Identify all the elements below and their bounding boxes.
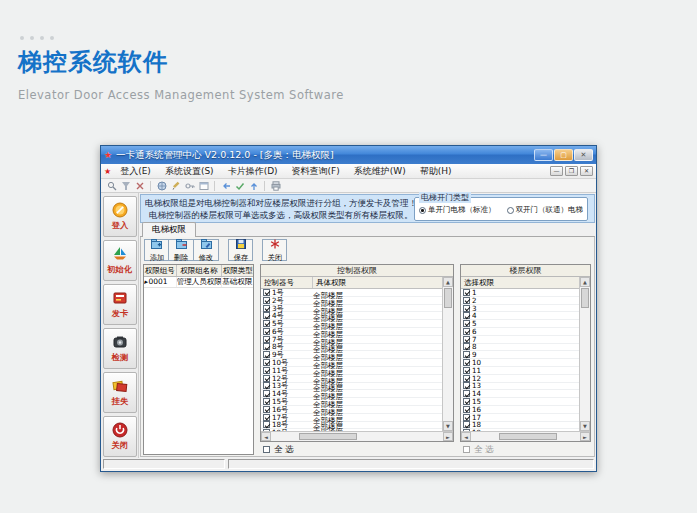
closeact-button[interactable]: 关闭: [262, 239, 287, 261]
scroll-right-icon[interactable]: ►: [580, 432, 590, 441]
horizontal-scrollbar[interactable]: ◄ ►: [461, 431, 590, 441]
table-row[interactable]: ▸0001管理人员权限基础权限: [144, 277, 253, 288]
table-row[interactable]: 4: [461, 312, 579, 320]
floor-checkbox[interactable]: [463, 289, 470, 296]
controller-checkbox[interactable]: [263, 343, 270, 350]
floor-checkbox[interactable]: [463, 398, 470, 405]
menu-item[interactable]: 登入(E): [113, 164, 158, 179]
controller-checkbox[interactable]: [263, 390, 270, 397]
table-row[interactable]: 7: [461, 336, 579, 344]
mdi-minimize-button[interactable]: —: [550, 166, 563, 176]
floor-checkbox[interactable]: [463, 375, 470, 382]
controller-checkbox[interactable]: [263, 406, 270, 413]
controller-checkbox[interactable]: [263, 305, 270, 312]
scroll-right-icon[interactable]: ►: [443, 432, 453, 441]
save-button[interactable]: 保存: [228, 239, 253, 261]
door-type-option-1[interactable]: 单开门电梯（标准）: [419, 205, 496, 215]
sidebar-item-detect[interactable]: 检测: [103, 328, 137, 369]
table-row[interactable]: 5: [461, 320, 579, 328]
floor-checkbox[interactable]: [463, 382, 470, 389]
mdi-close-button[interactable]: ✕: [580, 166, 593, 176]
controller-checkbox[interactable]: [263, 336, 270, 343]
menu-item[interactable]: 卡片操作(D): [221, 164, 285, 179]
window-titlebar[interactable]: ★ 一卡通系统管理中心 V2.0.12.0 - [多奥：电梯权限] — ▢ ✕: [101, 146, 596, 164]
controller-checkbox[interactable]: [263, 312, 270, 319]
controller-checkbox[interactable]: [263, 297, 270, 304]
door-type-option-2[interactable]: 双开门（联通）电梯: [507, 205, 584, 215]
controller-checkbox[interactable]: [263, 375, 270, 382]
controller-checkbox[interactable]: [263, 289, 270, 296]
tab-elevator-permission[interactable]: 电梯权限: [142, 222, 196, 237]
controller-checkbox[interactable]: [263, 414, 270, 421]
scroll-up-icon[interactable]: ▲: [443, 277, 453, 287]
floor-checkbox[interactable]: [463, 343, 470, 350]
floor-checkbox[interactable]: [463, 359, 470, 366]
floor-checkbox[interactable]: [463, 367, 470, 374]
controller-checkbox[interactable]: [263, 328, 270, 335]
floor-checkbox[interactable]: [463, 351, 470, 358]
floor-select-all[interactable]: 全 选: [460, 442, 591, 455]
floor-checkbox[interactable]: [463, 312, 470, 319]
scroll-up-icon[interactable]: ▲: [580, 277, 590, 287]
delete-icon[interactable]: [134, 180, 145, 191]
printer-icon[interactable]: [270, 180, 281, 191]
floor-checkbox[interactable]: [463, 305, 470, 312]
column-header[interactable]: 权限类型: [222, 265, 253, 276]
select-all-checkbox[interactable]: [263, 446, 270, 453]
back-arrow-icon[interactable]: [220, 180, 231, 191]
globe-icon[interactable]: [156, 180, 167, 191]
add-button[interactable]: 添加: [144, 239, 169, 261]
floor-checkbox[interactable]: [463, 297, 470, 304]
sidebar-item-loss[interactable]: 挂失: [103, 372, 137, 413]
scroll-thumb[interactable]: [499, 433, 557, 440]
controller-select-all[interactable]: 全 选: [260, 442, 454, 455]
sidebar-item-power[interactable]: 关闭: [103, 416, 137, 457]
close-button[interactable]: ✕: [574, 149, 593, 161]
controller-checkbox[interactable]: [263, 382, 270, 389]
minimize-button[interactable]: —: [534, 149, 553, 161]
floor-checkbox[interactable]: [463, 406, 470, 413]
column-header[interactable]: 权限组号: [144, 265, 177, 276]
floor-checkbox[interactable]: [463, 429, 470, 431]
vertical-scrollbar[interactable]: ▲ ▼: [579, 277, 590, 431]
floor-checkbox[interactable]: [463, 390, 470, 397]
controller-checkbox[interactable]: [263, 359, 270, 366]
permission-group-table[interactable]: 权限组号权限组名称权限类型 ▸0001管理人员权限基础权限: [143, 264, 254, 455]
mdi-restore-button[interactable]: ❐: [565, 166, 578, 176]
sidebar-item-login[interactable]: 登入: [103, 196, 137, 237]
table-row[interactable]: 6: [461, 328, 579, 336]
window-icon[interactable]: [198, 180, 209, 191]
menu-item[interactable]: 资料查询(F): [285, 164, 347, 179]
floor-checkbox[interactable]: [463, 336, 470, 343]
up-arrow-icon[interactable]: [248, 180, 259, 191]
scroll-down-icon[interactable]: ▼: [443, 421, 453, 431]
controller-checkbox[interactable]: [263, 320, 270, 327]
key-icon[interactable]: [184, 180, 195, 191]
floor-checkbox[interactable]: [463, 328, 470, 335]
sidebar-item-init[interactable]: 初始化: [103, 240, 137, 281]
filter-icon[interactable]: [120, 180, 131, 191]
floor-checkbox[interactable]: [463, 320, 470, 327]
horizontal-scrollbar[interactable]: ◄ ►: [261, 431, 453, 441]
table-row[interactable]: 8: [461, 344, 579, 352]
sidebar-item-card[interactable]: 发卡: [103, 284, 137, 325]
table-row[interactable]: 2: [461, 297, 579, 305]
scroll-thumb[interactable]: [299, 433, 357, 440]
controller-checkbox[interactable]: [263, 429, 270, 431]
maximize-button[interactable]: ▢: [554, 149, 573, 161]
menu-item[interactable]: 系统设置(S): [158, 164, 221, 179]
column-header[interactable]: 权限组名称: [177, 265, 223, 276]
scroll-thumb[interactable]: [444, 288, 452, 308]
scroll-thumb[interactable]: [581, 288, 589, 308]
edit-pen-icon[interactable]: [170, 180, 181, 191]
table-row[interactable]: 1: [461, 289, 579, 297]
controller-checkbox[interactable]: [263, 421, 270, 428]
check-icon[interactable]: [234, 180, 245, 191]
search-icon[interactable]: [106, 180, 117, 191]
scroll-left-icon[interactable]: ◄: [261, 432, 271, 441]
select-all-checkbox[interactable]: [463, 446, 470, 453]
radio-icon[interactable]: [419, 207, 426, 214]
mod-button[interactable]: 修改: [194, 239, 219, 261]
scroll-down-icon[interactable]: ▼: [580, 421, 590, 431]
floor-checkbox[interactable]: [463, 421, 470, 428]
